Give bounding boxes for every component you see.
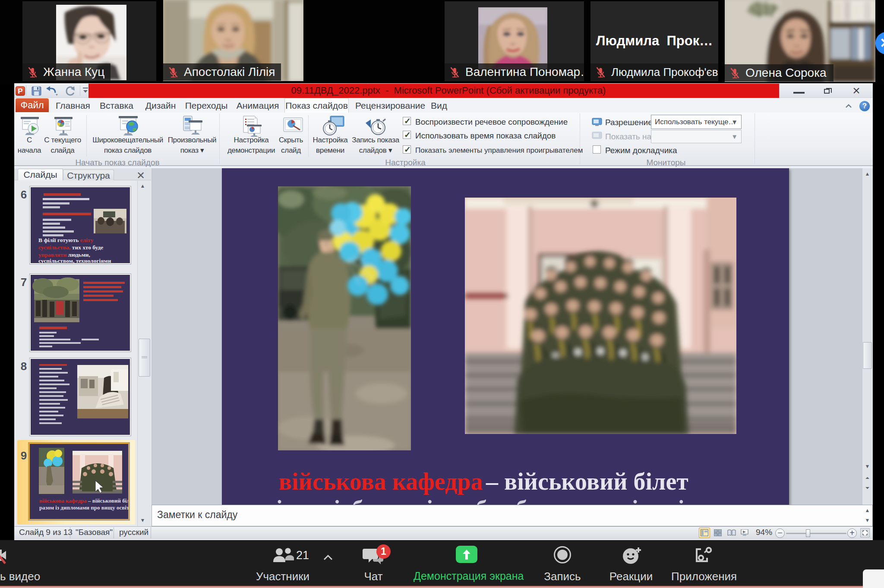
svg-text:військова кафедра – військовий: військова кафедра – військовий білет xyxy=(39,497,128,504)
svg-text:управляти людьми,: управляти людьми, xyxy=(38,252,90,258)
svg-text:разом із дипломами про вищу о: разом із дипломами про вищу освіту xyxy=(39,504,128,511)
svg-text:суспільством, технологіями: суспільством, технологіями xyxy=(38,258,111,263)
svg-text:В філії готують еліту: В філії готують еліту xyxy=(38,237,94,243)
svg-text:суспільства, тих хто буде: суспільства, тих хто буде xyxy=(38,244,103,251)
